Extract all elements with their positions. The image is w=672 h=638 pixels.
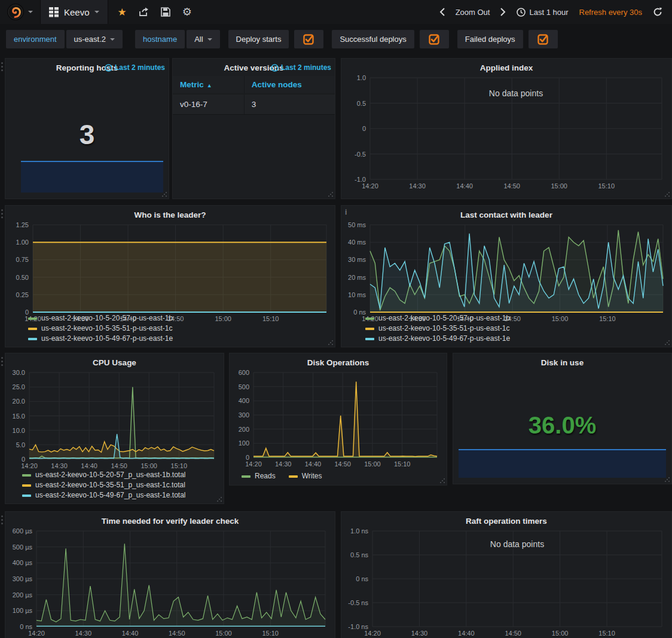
variable-value-environment[interactable]: us-east.2 bbox=[66, 30, 123, 48]
gear-icon[interactable]: ⚙ bbox=[182, 7, 192, 17]
panel-title[interactable]: Time needed for verify leader check bbox=[5, 512, 335, 526]
x-axis-tick: 15:10 bbox=[598, 630, 615, 637]
table-header[interactable]: Metric▲ bbox=[173, 76, 244, 94]
legend-item[interactable]: Reads bbox=[242, 471, 276, 481]
legend-item[interactable]: us-east-2-keevo-10-5-35-51_p_us-east-1c.… bbox=[22, 480, 219, 490]
variable-value-hostname[interactable]: All bbox=[187, 30, 219, 48]
panel-title[interactable]: Raft operation timers bbox=[341, 512, 671, 526]
y-axis-tick: 200 bbox=[239, 426, 249, 433]
graph-who-is-leader[interactable]: 1.251.000.750.500.25014:2014:3014:4014:5… bbox=[33, 225, 326, 312]
graph-raft-timers[interactable]: 1.0 ns0.5 ns0 ns-0.5 ns-1.0 ns14:2014:30… bbox=[372, 531, 662, 627]
variable-label-hostname: hostname bbox=[135, 30, 185, 48]
x-axis-tick: 14:50 bbox=[503, 182, 520, 190]
row-drag-handle[interactable] bbox=[1, 62, 3, 64]
checkbox-deploy-starts[interactable] bbox=[294, 30, 323, 48]
row-drag-handle[interactable] bbox=[1, 515, 3, 517]
panel-title[interactable]: Disk in use bbox=[453, 353, 671, 367]
graph-last-contact[interactable]: 50 ms40 ms30 ms20 ms10 ms0 ns14:2014:301… bbox=[370, 225, 663, 312]
clock-icon bbox=[105, 64, 112, 72]
resize-handle[interactable] bbox=[327, 339, 334, 346]
graph-legend: us-east-2-keevo-10-5-20-57_p_us-east-1b.… bbox=[22, 470, 219, 500]
panel-title[interactable]: Applied index bbox=[341, 59, 671, 72]
star-icon[interactable]: ★ bbox=[118, 7, 127, 17]
x-axis-tick: 14:20 bbox=[245, 460, 262, 468]
graph-verify-leader[interactable]: 600 µs500 µs400 µs300 µs200 µs100 µs0 ns… bbox=[36, 531, 325, 627]
checkbox-successful-deploys[interactable] bbox=[420, 30, 449, 48]
legend-color-chip bbox=[289, 475, 298, 478]
y-axis-tick: 0 bbox=[362, 125, 366, 132]
share-icon[interactable] bbox=[139, 7, 149, 17]
resize-handle[interactable] bbox=[161, 191, 167, 197]
grafana-dashboard: Keevo ★ ⚙ Zoom Out bbox=[0, 0, 672, 638]
panel-title[interactable]: Last contact with leader bbox=[341, 206, 671, 219]
grafana-menu-button[interactable] bbox=[0, 0, 41, 24]
graph-legend: ReadsWrites bbox=[242, 471, 442, 481]
panel-title[interactable]: CPU Usage bbox=[5, 353, 224, 367]
panel-reporting-hosts: Reporting hosts Last 2 minutes 3 bbox=[5, 58, 169, 199]
resize-handle[interactable] bbox=[664, 476, 670, 483]
y-axis-tick: 0.5 bbox=[357, 100, 366, 107]
refresh-interval-button[interactable]: Refresh every 30s bbox=[579, 8, 643, 17]
y-axis-tick: 50 ms bbox=[348, 221, 366, 228]
x-axis-tick: 14:50 bbox=[169, 630, 185, 637]
x-axis-tick: 15:10 bbox=[598, 182, 615, 190]
table-header[interactable]: Active nodes bbox=[244, 76, 335, 94]
legend-color-chip bbox=[365, 318, 374, 320]
versions-table: Metric▲Active nodesv0-16-73 bbox=[173, 76, 335, 115]
refresh-icon[interactable] bbox=[653, 7, 662, 17]
graph-cpu-usage[interactable]: 30.025.020.015.010.05.0014:2014:3014:401… bbox=[29, 373, 214, 459]
row-drag-handle[interactable] bbox=[1, 209, 3, 211]
row-drag-handle[interactable] bbox=[1, 357, 3, 359]
legend-item[interactable]: us-east-2-keevo-10-5-20-57_p_us-east-1b.… bbox=[22, 470, 219, 480]
x-axis-tick: 14:20 bbox=[364, 630, 381, 637]
legend-item[interactable]: us-east-2-keevo-10-5-49-67-p-us-east-1e bbox=[365, 334, 510, 344]
clock-icon bbox=[517, 8, 526, 17]
x-axis-tick: 14:20 bbox=[21, 462, 38, 469]
panel-who-is-leader: Who is the leader? 1.251.000.750.500.250… bbox=[5, 205, 335, 347]
dashboard-picker[interactable]: Keevo bbox=[41, 0, 108, 24]
series-fill bbox=[253, 381, 437, 457]
x-axis-tick: 14:40 bbox=[81, 462, 97, 469]
legend-label: us-east-2-keevo-10-5-20-57-p-us-east-1b bbox=[41, 313, 173, 323]
zoom-out-button[interactable]: Zoom Out bbox=[456, 8, 490, 17]
singlestat-value: 3 bbox=[5, 118, 169, 151]
legend-item[interactable]: us-east-2-keevo-10-5-20-57-p-us-east-1b bbox=[28, 313, 173, 323]
graph-disk-operations[interactable]: 600500400300200100014:2014:3014:4014:501… bbox=[253, 373, 437, 457]
panel-title[interactable]: Who is the leader? bbox=[5, 206, 335, 219]
resize-handle[interactable] bbox=[216, 496, 222, 502]
checkbox-checked-icon bbox=[303, 33, 314, 45]
x-axis-tick: 14:50 bbox=[111, 462, 127, 469]
graph-legend: us-east-2-keevo-10-5-20-57-p-us-east-1bu… bbox=[365, 313, 667, 344]
chevron-right-icon[interactable] bbox=[500, 8, 506, 16]
legend-item[interactable]: us-east-2-keevo-10-5-35-51-p-us-east-1c bbox=[365, 323, 509, 334]
graph-applied-index[interactable]: 1.00.50-0.5-1.014:2014:3014:4014:5015:00… bbox=[370, 78, 662, 179]
checkbox-failed-deploys[interactable] bbox=[529, 30, 558, 48]
info-icon[interactable]: i bbox=[345, 208, 347, 216]
legend-item[interactable]: us-east-2-keevo-10-5-49-67-p-us-east-1e bbox=[28, 334, 173, 344]
legend-label: us-east-2-keevo-10-5-20-57-p-us-east-1b bbox=[378, 313, 510, 323]
sparkline bbox=[459, 449, 666, 478]
resize-handle[interactable] bbox=[327, 191, 334, 197]
chevron-down-icon bbox=[110, 38, 115, 41]
resize-handle[interactable] bbox=[664, 339, 670, 346]
save-icon[interactable] bbox=[161, 7, 170, 17]
time-override: Last 2 minutes bbox=[271, 63, 331, 72]
x-axis-tick: 14:40 bbox=[122, 630, 139, 637]
chevron-left-icon[interactable] bbox=[439, 8, 445, 16]
y-axis-tick: 0.25 bbox=[16, 291, 29, 298]
panel-verify-leader: Time needed for verify leader check 600 … bbox=[5, 511, 335, 638]
legend-item[interactable]: Writes bbox=[289, 471, 322, 481]
time-range-picker[interactable]: Last 1 hour bbox=[517, 8, 568, 17]
legend-color-chip bbox=[22, 494, 31, 497]
legend-label: us-east-2-keevo-10-5-35-51_p_us-east-1c.… bbox=[35, 480, 185, 490]
legend-item[interactable]: us-east-2-keevo-10-5-49-67_p_us-east-1e.… bbox=[22, 490, 219, 500]
resize-handle[interactable] bbox=[664, 191, 670, 197]
resize-handle[interactable] bbox=[439, 477, 445, 484]
y-axis-tick: 400 bbox=[239, 397, 249, 404]
legend-color-chip bbox=[242, 475, 251, 478]
legend-color-chip bbox=[28, 328, 37, 330]
legend-item[interactable]: us-east-2-keevo-10-5-20-57-p-us-east-1b bbox=[365, 313, 510, 323]
legend-color-chip bbox=[28, 318, 37, 320]
legend-item[interactable]: us-east-2-keevo-10-5-35-51-p-us-east-1c bbox=[28, 323, 172, 334]
panel-title[interactable]: Disk Operations bbox=[230, 353, 447, 367]
